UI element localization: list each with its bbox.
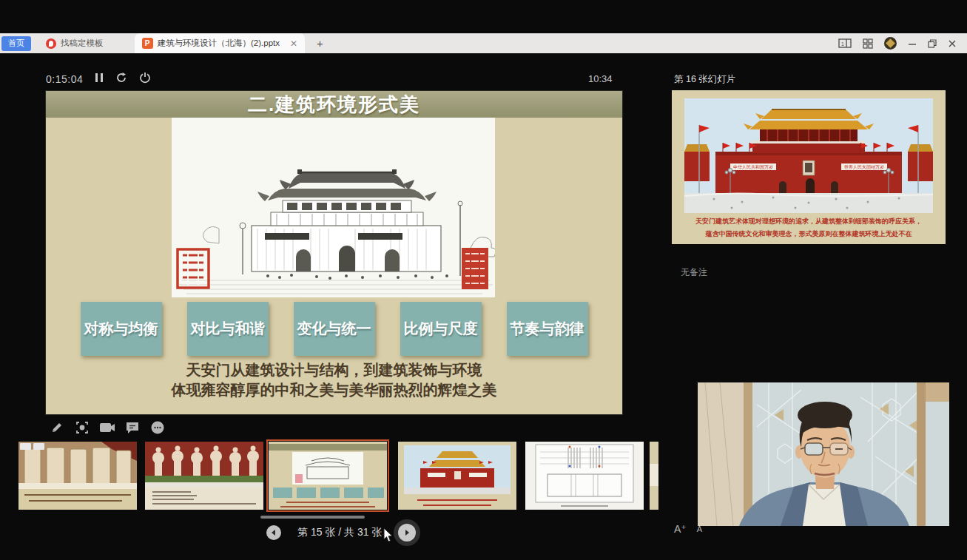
next-slide-preview: 中华人民共和国万岁 世界人民大团结万岁 天安 — [672, 90, 946, 244]
slide-caption-line1: 天安门从建筑设计与结构，到建筑装饰与环境 — [46, 360, 622, 380]
tab-home[interactable]: 首页 — [1, 36, 31, 51]
next-slide-button[interactable] — [398, 524, 416, 542]
tiananmen-etching-image — [172, 118, 495, 297]
presenter-toolbar: 0:15:04 — [46, 72, 151, 87]
font-decrease-button[interactable]: A — [697, 524, 702, 533]
ppt-file-icon: P — [142, 38, 153, 49]
tab-close-icon[interactable]: ✕ — [290, 38, 297, 49]
more-options-icon[interactable] — [149, 419, 166, 436]
slide-thumbnail-3-current[interactable] — [269, 442, 387, 510]
annotation-toolbar — [49, 419, 166, 436]
preview-caption-line1: 天安门建筑艺术体现对理想环境的追求，从建筑整体到细部装饰的呼应关系， — [672, 217, 946, 226]
user-avatar[interactable] — [884, 37, 897, 50]
pause-timer-icon[interactable] — [95, 72, 104, 86]
slogan-right-text: 世界人民大团结万岁 — [844, 164, 884, 170]
svg-text:1: 1 — [841, 41, 844, 47]
keyword-row: 对称与均衡 对比与和谐 变化与统一 比例与尺度 节奏与韵律 — [46, 302, 622, 356]
tab-document-label: 建筑与环境设计（北海）(2).pptx — [158, 38, 280, 49]
camera-icon[interactable] — [99, 419, 115, 436]
slide-caption: 天安门从建筑设计与结构，到建筑装饰与环境 体现雍容醇厚的中和之美与美华丽热烈的辉… — [46, 360, 622, 400]
keyword-rhythm-cadence: 节奏与韵律 — [507, 302, 588, 356]
mouse-cursor — [383, 528, 395, 546]
preview-caption-line2: 蕴含中国传统文化和审美理念，形式美原则在整体建筑环境上无处不在 — [672, 229, 946, 239]
comment-icon[interactable] — [124, 419, 141, 436]
close-button[interactable] — [948, 39, 957, 48]
keyword-symmetry-balance: 对称与均衡 — [81, 302, 162, 356]
font-increase-button[interactable]: A⁺ — [674, 523, 687, 535]
restore-button[interactable] — [928, 39, 937, 48]
minimize-button[interactable] — [908, 39, 917, 48]
seal-right — [462, 248, 488, 289]
notes-placeholder: 无备注 — [681, 266, 707, 279]
tab-gaoding-label: 找稿定模板 — [61, 38, 104, 49]
gaoding-icon — [46, 38, 56, 49]
tiananmen-photo: 中华人民共和国万岁 世界人民大团结万岁 — [684, 98, 933, 213]
slide-caption-line2: 体现雍容醇厚的中和之美与美华丽热烈的辉煌之美 — [46, 380, 622, 400]
screen: { "browser": { "home_tab": "首页", "gaodin… — [0, 0, 967, 560]
tab-presentation-document[interactable]: P 建筑与环境设计（北海）(2).pptx ✕ — [135, 33, 306, 53]
slide-thumbnail-6-partial[interactable] — [650, 442, 658, 510]
wall-clock: 10:34 — [588, 73, 613, 84]
power-end-show-icon[interactable] — [139, 72, 151, 87]
previous-slide-button[interactable] — [266, 525, 281, 540]
slide-position-label: 第 15 张 / 共 31 张 — [297, 526, 382, 539]
slide-title: 二.建筑环境形式美 — [46, 91, 622, 118]
tab-gaoding-templates[interactable]: 找稿定模板 — [46, 38, 104, 49]
slide-thumbnail-4[interactable] — [398, 442, 516, 510]
browser-tab-bar: 首页 找稿定模板 P 建筑与环境设计（北海）(2).pptx ✕ + 1 — [0, 33, 967, 53]
split-view-icon[interactable]: 1 — [838, 38, 852, 48]
laser-pointer-icon[interactable] — [74, 419, 90, 436]
slide-thumbnail-5[interactable] — [525, 442, 644, 510]
keyword-variation-unity: 变化与统一 — [294, 302, 375, 356]
slide-canvas[interactable]: 二.建筑环境形式美 — [46, 91, 622, 414]
presenter-webcam-video — [698, 382, 949, 526]
next-slide-header: 第 16 张幻灯片 — [674, 73, 735, 86]
slide-thumbnail-2[interactable] — [145, 442, 263, 510]
window-controls: 1 — [838, 37, 967, 50]
notes-font-controls: A⁺ A — [674, 523, 702, 535]
grid-apps-icon[interactable] — [863, 38, 873, 49]
elapsed-timer: 0:15:04 — [46, 73, 83, 85]
keyword-proportion-scale: 比例与尺度 — [400, 302, 482, 356]
slide-thumbnail-1[interactable] — [18, 442, 137, 510]
filmstrip-scrollbar[interactable] — [260, 516, 365, 519]
keyword-contrast-harmony: 对比与和谐 — [187, 302, 269, 356]
reset-timer-icon[interactable] — [115, 72, 127, 87]
slogan-left-text: 中华人民共和国万岁 — [733, 164, 773, 170]
new-tab-button[interactable]: + — [317, 37, 323, 50]
pen-icon[interactable] — [49, 419, 65, 436]
